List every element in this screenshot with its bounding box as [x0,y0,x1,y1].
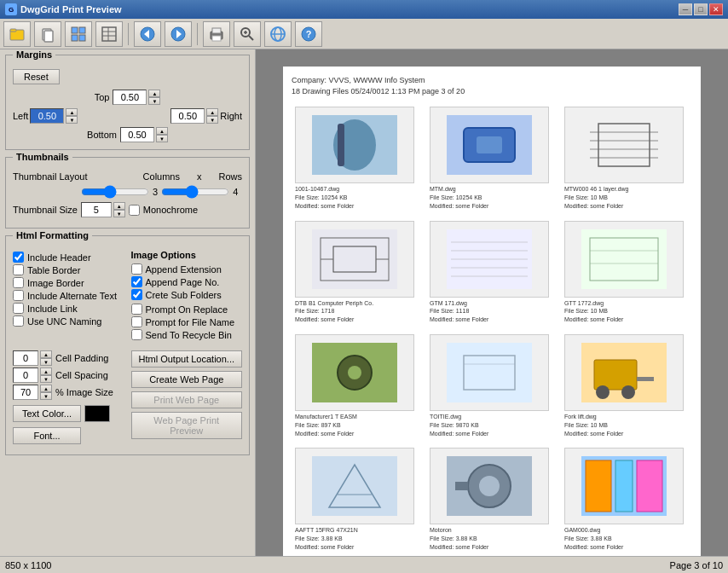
left-down-arrow[interactable]: ▼ [66,116,78,124]
color-swatch[interactable] [84,405,110,422]
title-bar: G DwgGrid Print Preview ─ □ ✕ [0,0,728,19]
bottom-spin[interactable]: 0.50 ▲ ▼ [120,127,168,142]
prompt-for-file-name-row[interactable]: Prompt for File Name [131,316,243,327]
top-down-arrow[interactable]: ▼ [148,97,160,105]
minimize-button[interactable]: ─ [679,3,692,15]
use-unc-naming-checkbox[interactable] [13,315,24,327]
spacing-up-arrow[interactable]: ▲ [40,368,52,375]
append-page-no-checkbox[interactable] [131,276,142,287]
header-line2: 18 Drawing Files 05/24/0012 1:13 PM page… [292,86,692,97]
web-page-print-preview-button[interactable]: Web Page Print Preview [131,412,243,439]
spacing-down-arrow[interactable]: ▼ [40,375,52,383]
forward-button[interactable] [165,21,192,47]
help-button[interactable]: ? [295,21,322,47]
size-up-arrow[interactable]: ▲ [113,202,125,210]
prompt-for-file-name-label: Prompt for File Name [146,317,235,327]
close-button[interactable]: ✕ [709,3,723,15]
text-color-button[interactable]: Text Color... [13,405,81,422]
left-input[interactable]: 0.50 [30,108,64,124]
x-label: x [197,171,202,182]
print-web-page-button[interactable]: Print Web Page [131,391,243,408]
html-output-location-button[interactable]: Html Output Location... [131,350,243,368]
thumb-size-spin[interactable]: 5 ▲ ▼ [81,202,125,217]
title-bar-buttons[interactable]: ─ □ ✕ [679,3,723,15]
crete-sub-folders-row[interactable]: Crete Sub Folders [131,289,243,300]
right-spin[interactable]: 0.50 ▲ ▼ [170,108,218,124]
rows-slider[interactable] [161,185,229,199]
right-input[interactable]: 0.50 [170,108,205,124]
crete-sub-folders-checkbox[interactable] [131,289,142,300]
right-up-arrow[interactable]: ▲ [206,108,218,116]
use-unc-naming-row[interactable]: Use UNC Naming [13,315,124,327]
padding-up-arrow[interactable]: ▲ [40,350,52,358]
top-spin[interactable]: 0.50 ▲ ▼ [113,90,160,105]
columns-value: 3 [153,187,158,197]
thumbnail-image [295,334,414,411]
create-web-page-button[interactable]: Create Web Page [131,371,243,388]
top-label: Top [95,92,110,102]
web-button[interactable] [264,21,292,47]
columns-slider[interactable] [81,185,149,199]
send-to-recycle-bin-row[interactable]: Send To Recycle Bin [131,329,243,340]
back-button[interactable] [134,21,161,47]
monochrome-checkbox[interactable] [129,205,140,216]
cell-padding-spin[interactable]: 0 ▲ ▼ [13,350,52,366]
bottom-input[interactable]: 0.50 [120,127,154,142]
include-header-row[interactable]: Include Header [13,252,124,263]
prompt-for-file-name-checkbox[interactable] [131,316,142,327]
thumbnail-caption: AAFTT 15FRG 47X21NFile Size: 3.88 KBModi… [295,526,358,551]
imgsize-down-arrow[interactable]: ▼ [40,392,52,400]
imgsize-up-arrow[interactable]: ▲ [40,385,52,392]
image-size-input[interactable]: 70 [13,385,38,400]
append-extension-checkbox[interactable] [131,263,142,275]
top-up-arrow[interactable]: ▲ [148,90,160,97]
send-to-recycle-bin-checkbox[interactable] [131,329,142,340]
window-title: DwgGrid Print Preview [20,4,122,14]
open-button[interactable] [3,21,31,47]
svg-line-20 [249,36,253,40]
cell-padding-input[interactable]: 0 [13,350,38,366]
image-border-row[interactable]: Image Border [13,277,124,288]
padding-down-arrow[interactable]: ▼ [40,358,52,366]
image-border-checkbox[interactable] [13,277,24,288]
size-down-arrow[interactable]: ▼ [113,210,125,217]
reset-button[interactable]: Reset [13,69,60,84]
prompt-on-replace-row[interactable]: Prompt On Replace [131,304,243,315]
table-border-row[interactable]: Table Border [13,264,124,275]
right-down-arrow[interactable]: ▼ [206,116,218,124]
include-alternate-text-row[interactable]: Include Alternate Text [13,290,124,301]
svg-rect-33 [477,136,502,153]
rows-label: Rows [218,171,242,182]
table-button[interactable] [95,21,123,47]
append-page-no-row[interactable]: Append Page No. [131,276,243,287]
include-link-checkbox[interactable] [13,303,24,314]
list-item: AAFTT 15FRG 47X21NFile Size: 3.88 KBModi… [295,448,419,551]
table-border-checkbox[interactable] [13,264,24,275]
bottom-up-arrow[interactable]: ▲ [156,127,168,135]
print-button[interactable] [203,21,230,47]
copy-button[interactable] [34,21,61,47]
zoom-in-button[interactable] [234,21,261,47]
grid-button[interactable] [65,21,92,47]
thumb-size-input[interactable]: 5 [81,202,112,217]
include-link-row[interactable]: Include Link [13,303,124,314]
cell-spacing-spin[interactable]: 0 ▲ ▼ [13,368,52,383]
maximize-button[interactable]: □ [694,3,708,15]
image-size-spin[interactable]: 70 ▲ ▼ [13,385,52,400]
left-spin[interactable]: 0.50 ▲ ▼ [30,108,78,124]
thumbnail-image [295,221,414,298]
left-up-arrow[interactable]: ▲ [66,108,78,116]
other-options: Prompt On Replace Prompt for File Name S… [131,304,243,340]
append-extension-row[interactable]: Append Extension [131,263,243,275]
bottom-down-arrow[interactable]: ▼ [156,135,168,142]
svg-rect-4 [72,27,78,33]
include-header-checkbox[interactable] [13,252,24,263]
thumbnails-grid: 1001-10467.dwgFile Size: 10254 KBModifie… [292,103,692,555]
include-alternate-text-checkbox[interactable] [13,290,24,301]
include-alternate-text-label: Include Alternate Text [27,291,117,301]
cell-spacing-input[interactable]: 0 [13,368,38,383]
top-input[interactable]: 0.50 [113,90,147,105]
cell-spacing-row: 0 ▲ ▼ Cell Spacing [13,368,124,383]
font-button[interactable]: Font... [13,427,81,444]
prompt-on-replace-checkbox[interactable] [131,304,142,315]
